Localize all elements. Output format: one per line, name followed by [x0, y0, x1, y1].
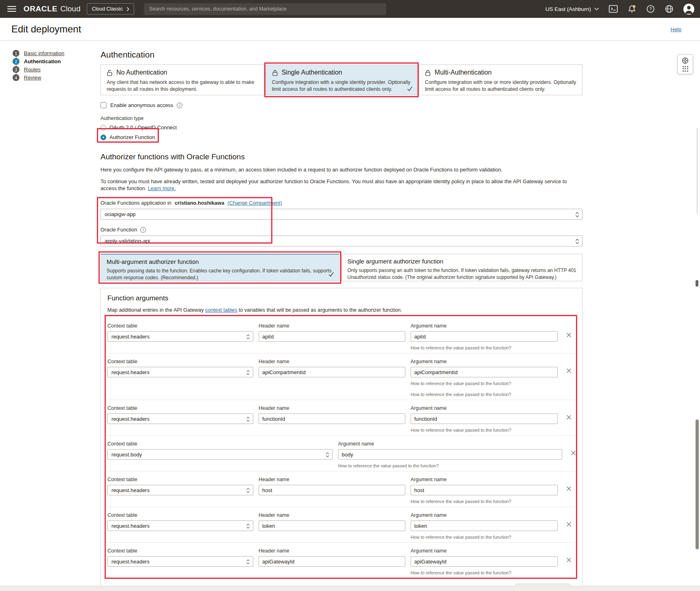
radio-circle[interactable]	[101, 135, 106, 140]
header-name-input[interactable]	[259, 485, 405, 495]
notifications-bell-icon[interactable]	[627, 4, 636, 13]
argument-row: Context table request.headers Header nam…	[107, 507, 576, 543]
learn-more-link[interactable]: Learn more.	[148, 185, 176, 191]
card-multi-argument[interactable]: Multi-argument authorizer function Suppo…	[101, 254, 339, 281]
remove-argument-button[interactable]	[566, 557, 572, 564]
search-input[interactable]	[144, 3, 386, 15]
language-globe-icon[interactable]	[665, 4, 674, 13]
help-link[interactable]: Help	[670, 26, 681, 32]
logo-cloud-text: Cloud	[60, 4, 81, 13]
remove-argument-button[interactable]	[566, 368, 572, 375]
remove-argument-button[interactable]	[566, 486, 572, 493]
step-review[interactable]: 4 Review	[13, 74, 101, 81]
context-table-col: Context table request.headers	[107, 512, 253, 540]
scrollbar-thumb[interactable]	[696, 420, 699, 549]
card-single-authentication[interactable]: Single Authentication Configure integrat…	[266, 64, 417, 95]
header-name-input[interactable]	[259, 556, 405, 567]
argument-name-input[interactable]	[411, 413, 558, 424]
step-label[interactable]: Basic information	[24, 50, 64, 57]
context-table-select[interactable]: request.headers	[107, 367, 253, 377]
argument-name-input[interactable]	[411, 331, 558, 342]
card-title: Single argument authorizer function	[347, 258, 576, 265]
header-name-col: Header name	[259, 359, 405, 397]
card-title: Multi-argument authorizer function	[107, 258, 333, 265]
argument-name-label: Argument name	[411, 323, 558, 329]
unlock-icon	[107, 69, 113, 76]
remove-argument-button[interactable]	[566, 521, 572, 529]
user-avatar[interactable]	[683, 4, 694, 15]
info-icon[interactable]: i	[177, 103, 182, 108]
page-title: Edit deployment	[11, 24, 81, 35]
context-table-select[interactable]: request.headers	[107, 413, 253, 424]
change-compartment-link[interactable]: (Change Compartment)	[227, 200, 282, 206]
header-name-input[interactable]	[259, 367, 405, 377]
authorizer-functions-heading: Authorizer functions with Oracle Functio…	[101, 152, 582, 161]
lifebuoy-icon	[682, 57, 689, 64]
argument-name-input[interactable]	[411, 556, 558, 567]
header-name-col: Header name	[259, 512, 405, 540]
step-authentication[interactable]: 2 Authentication	[13, 58, 101, 65]
card-single-argument[interactable]: Single argument authorizer function Only…	[341, 254, 582, 281]
step-label[interactable]: Routes	[24, 66, 41, 73]
authorizer-intro-1: Here you configure the API gateway to pa…	[101, 166, 582, 173]
remove-argument-button[interactable]	[571, 450, 576, 457]
remove-argument-button[interactable]	[566, 414, 572, 422]
top-navigation-bar: ORACLE Cloud Cloud Classic US East (Ashb…	[0, 0, 700, 18]
remove-argument-button[interactable]	[566, 332, 572, 339]
card-title: Single Authentication	[282, 69, 342, 76]
hamburger-menu-icon[interactable]	[7, 6, 16, 12]
select-spinner-icon	[246, 334, 250, 340]
anonymous-access-checkbox[interactable]	[101, 102, 107, 108]
header-name-col: Header name	[259, 323, 405, 350]
step-number: 3	[13, 66, 19, 73]
context-table-select[interactable]: request.body	[107, 449, 333, 460]
context-table-select[interactable]: request.headers	[107, 556, 253, 567]
card-multi-authentication[interactable]: Multi-Authentication Configure integrati…	[419, 64, 582, 95]
context-table-select[interactable]: request.headers	[107, 520, 253, 531]
card-no-authentication[interactable]: No Authentication Any client that has ne…	[101, 64, 264, 95]
argument-name-input[interactable]	[411, 485, 558, 495]
context-table-select-value: request.body	[111, 452, 142, 458]
header-name-input[interactable]	[259, 520, 405, 531]
chevron-right-icon	[126, 7, 129, 11]
authorizer-mode-cards: Multi-argument authorizer function Suppo…	[101, 254, 582, 281]
anonymous-access-label: Enable anonymous access	[110, 102, 173, 108]
helper-text: How to reference the value passed to the…	[411, 428, 558, 433]
context-tables-link[interactable]: context tables	[205, 307, 237, 313]
argument-name-input[interactable]	[411, 367, 558, 377]
header-name-label: Header name	[259, 323, 405, 329]
cloud-shell-icon[interactable]	[609, 5, 618, 13]
step-basic-information[interactable]: 1 Basic information	[13, 50, 101, 57]
floating-panel-button[interactable]	[677, 54, 693, 74]
page-scrollbar[interactable]	[694, 0, 700, 591]
argument-name-input[interactable]	[338, 449, 562, 460]
context-table-col: Context table request.headers	[107, 548, 253, 575]
context-table-col: Context table request.headers	[107, 477, 253, 504]
topbar-right-cluster: US East (Ashburn) ?	[545, 4, 694, 15]
context-table-select[interactable]: request.headers	[107, 485, 253, 495]
header-name-input[interactable]	[259, 331, 405, 342]
scrollbar-mark[interactable]	[696, 280, 698, 287]
oracle-cloud-logo[interactable]: ORACLE Cloud	[24, 4, 80, 13]
radio-oauth[interactable]: OAuth 2.0 / OpenID Connect	[101, 124, 582, 131]
region-selector[interactable]: US East (Ashburn)	[545, 6, 599, 12]
radio-authorizer-function[interactable]: Authorizer Function	[101, 134, 155, 140]
header-name-input[interactable]	[259, 413, 405, 424]
region-label: US East (Ashburn)	[545, 6, 591, 12]
step-routes[interactable]: 3 Routes	[13, 66, 101, 73]
help-question-icon[interactable]: ?	[646, 4, 655, 13]
step-label[interactable]: Review	[24, 74, 41, 81]
function-arguments-heading: Function arguments	[107, 294, 576, 302]
context-table-col: Context table request.headers	[107, 359, 253, 397]
helper-text: How to reference the value passed to the…	[411, 345, 558, 350]
argument-name-input[interactable]	[411, 520, 558, 531]
functions-application-select[interactable]: ociapigw-app	[101, 209, 582, 220]
context-table-select[interactable]: request.headers	[107, 331, 253, 342]
intro-suffix: to variables that will be passed as argu…	[239, 307, 402, 313]
compartment-name: cristiano.hoshikawa	[175, 200, 224, 206]
oracle-function-select[interactable]: apply-validation-api	[101, 236, 582, 246]
cloud-classic-button[interactable]: Cloud Classic	[87, 3, 134, 15]
radio-circle[interactable]	[101, 125, 106, 131]
info-icon[interactable]: i	[140, 227, 146, 233]
card-description: Only supports passing an auth token to t…	[347, 267, 576, 281]
